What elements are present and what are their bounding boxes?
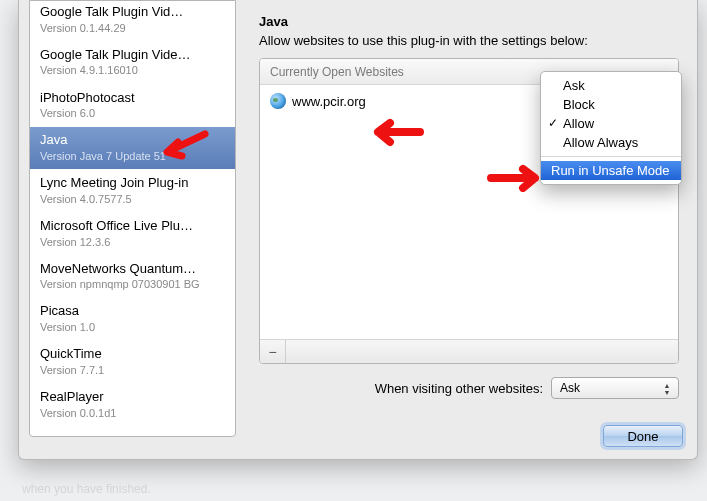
globe-icon <box>270 93 286 109</box>
plugin-item-selected[interactable]: JavaVersion Java 7 Update 51 <box>30 127 235 170</box>
remove-site-button[interactable]: − <box>260 340 286 363</box>
done-button[interactable]: Done <box>603 425 683 447</box>
other-websites-label: When visiting other websites: <box>375 381 543 396</box>
permission-menu[interactable]: Ask Block Allow Allow Always Run in Unsa… <box>540 71 682 185</box>
plugin-item[interactable]: QuickTimeVersion 7.7.1 <box>30 341 235 384</box>
plugin-sidebar: Google Talk Plugin Vid…Version 0.1.44.29… <box>29 0 236 437</box>
menu-separator <box>541 156 681 157</box>
other-websites-value: Ask <box>560 381 580 395</box>
plugin-detail-pane: Java Allow websites to use this plug-in … <box>249 12 687 397</box>
menu-item-block[interactable]: Block <box>541 95 681 114</box>
website-name: www.pcir.org <box>292 94 366 109</box>
plugin-item[interactable]: Google Talk Plugin Vid…Version 0.1.44.29 <box>30 1 235 42</box>
menu-item-ask[interactable]: Ask <box>541 76 681 95</box>
plugin-description: Allow websites to use this plug-in with … <box>259 33 687 48</box>
ghost-text: when you have finished. <box>22 482 151 496</box>
plugin-item[interactable]: iPhotoPhotocastVersion 6.0 <box>30 85 235 128</box>
menu-item-allow[interactable]: Allow <box>541 114 681 133</box>
plugin-item[interactable]: Google Talk Plugin Vide…Version 4.9.1.16… <box>30 42 235 85</box>
other-websites-select[interactable]: Ask ▲▼ <box>551 377 679 399</box>
plugin-item[interactable]: PicasaVersion 1.0 <box>30 298 235 341</box>
plugin-item[interactable]: RealPlayerVersion 0.0.1d1 <box>30 384 235 427</box>
plugin-settings-dialog: Google Talk Plugin Vid…Version 0.1.44.29… <box>18 0 698 460</box>
done-row: Done <box>603 425 683 447</box>
stepper-arrows-icon: ▲▼ <box>660 380 674 398</box>
panel-footer: − <box>260 339 678 363</box>
plugin-item[interactable]: MoveNetworks Quantum…Version npmnqmp 070… <box>30 256 235 299</box>
menu-item-run-unsafe[interactable]: Run in Unsafe Mode <box>541 161 681 180</box>
other-websites-row: When visiting other websites: Ask ▲▼ <box>259 374 679 402</box>
plugin-item[interactable]: Lync Meeting Join Plug-inVersion 4.0.757… <box>30 170 235 213</box>
plugin-list[interactable]: Google Talk Plugin Vid…Version 0.1.44.29… <box>30 1 235 436</box>
window-root: Warn when visiting a fraudulent website … <box>0 0 707 501</box>
menu-item-allow-always[interactable]: Allow Always <box>541 133 681 152</box>
plugin-title: Java <box>259 14 687 29</box>
plugin-item[interactable]: Microsoft Office Live Plu…Version 12.3.6 <box>30 213 235 256</box>
